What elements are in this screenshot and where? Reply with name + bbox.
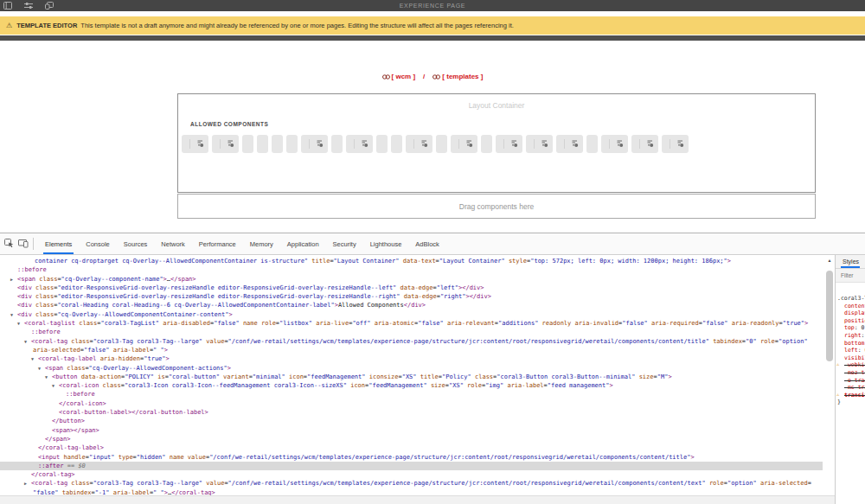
code-line[interactable]: ▼<div class="cq-Overlay--AllowedComponen…: [0, 310, 823, 319]
code-line[interactable]: ::before: [0, 328, 823, 336]
layout-container-title: Layout Container: [178, 101, 815, 110]
code-line[interactable]: <div class="editor-ResponsiveGrid-overla…: [0, 284, 823, 292]
css-property[interactable]: visibility: hidden;: [836, 354, 865, 362]
toolbar-separator: [33, 238, 34, 250]
component-tag[interactable]: [496, 135, 522, 153]
disclosure-triangle-icon[interactable]: ▼: [10, 310, 13, 319]
drop-zone[interactable]: Drag components here: [177, 194, 816, 219]
breadcrumb-link-templates[interactable]: [ templates ]: [432, 73, 483, 80]
device-toolbar-icon[interactable]: [18, 236, 29, 252]
code-line[interactable]: ▶<coral-tag class="coral3-Tag coral3-Tag…: [0, 479, 823, 488]
component-tag[interactable]: [451, 135, 477, 153]
component-tag[interactable]: [346, 135, 373, 153]
tab-performance[interactable]: Performance: [194, 233, 241, 254]
tab-application[interactable]: Application: [282, 233, 324, 254]
css-selector[interactable]: .coral3-Tag {: [836, 295, 865, 303]
css-property[interactable]: right: 0;: [836, 332, 865, 340]
component-tag[interactable]: [212, 135, 239, 153]
component-tag[interactable]: [631, 135, 658, 153]
tab-memory[interactable]: Memory: [245, 233, 279, 254]
disclosure-triangle-icon[interactable]: ▶: [24, 479, 27, 488]
layout-container[interactable]: Layout Container ALLOWED COMPONENTS: [177, 93, 816, 193]
elements-panel: container cq-droptarget cq-Overlay--Allo…: [0, 255, 835, 504]
css-property[interactable]: position: absolute;: [836, 317, 865, 325]
component-tag[interactable]: [376, 135, 388, 153]
component-tag[interactable]: [406, 135, 432, 153]
breadcrumb-link-wcm[interactable]: [ wcm ]: [382, 73, 416, 80]
disclosure-triangle-icon[interactable]: ▼: [31, 354, 34, 363]
disclosure-triangle-icon[interactable]: ▼: [52, 381, 54, 390]
disclosure-triangle-icon[interactable]: ▼: [38, 364, 41, 373]
tab-security[interactable]: Security: [328, 233, 362, 254]
css-property[interactable]: display: block;: [836, 309, 865, 317]
code-line[interactable]: ▼<button data-action="POLICY" is="coral-…: [0, 373, 823, 381]
component-tag[interactable]: [242, 135, 253, 153]
tab-sources[interactable]: Sources: [119, 233, 153, 254]
scroll-up-icon[interactable]: ▲: [825, 257, 834, 264]
css-property[interactable]: -moz-transition: [836, 369, 865, 377]
code-line[interactable]: </coral-icon>: [0, 399, 823, 408]
component-tag[interactable]: [391, 135, 402, 153]
tab-elements[interactable]: Elements: [40, 233, 77, 254]
code-line[interactable]: <div class="editor-ResponsiveGrid-overla…: [0, 292, 823, 301]
code-line[interactable]: <span></span>: [0, 426, 823, 435]
css-property[interactable]: -ms-transition: [836, 384, 865, 392]
css-property[interactable]: -o-transition: [836, 377, 865, 385]
code-line[interactable]: ::before: [0, 265, 823, 274]
code-line[interactable]: ▼<coral-taglist class="coral3-TagList" a…: [0, 319, 823, 328]
css-property[interactable]: ⚠transition: [836, 392, 865, 399]
css-property[interactable]: bottom: 0;: [836, 340, 865, 348]
code-line[interactable]: "false" tabindex="-1" aria-label=" ">…</…: [0, 488, 823, 495]
css-property[interactable]: left: 0;: [836, 347, 865, 354]
css-property[interactable]: ⚠-webkit-transition: [836, 361, 865, 369]
link-icon: [432, 74, 440, 80]
component-tag[interactable]: [601, 135, 628, 153]
component-tag[interactable]: [286, 135, 298, 153]
code-line[interactable]: <input handle="input" type="hidden" name…: [0, 453, 823, 462]
code-line[interactable]: </coral-tag>: [0, 470, 823, 479]
component-tag[interactable]: [481, 135, 492, 153]
component-tag[interactable]: [436, 135, 447, 153]
tab-lighthouse[interactable]: Lighthouse: [365, 233, 407, 254]
code-line[interactable]: </span>: [0, 435, 823, 443]
code-line[interactable]: </coral-tag-label>: [0, 443, 823, 452]
code-line[interactable]: <coral-button-label></coral-button-label…: [0, 408, 823, 417]
component-tag[interactable]: [662, 135, 689, 153]
styles-filter-input[interactable]: [841, 272, 863, 278]
css-property[interactable]: content: "";: [836, 303, 865, 310]
code-line[interactable]: ▼<coral-tag class="coral3-Tag coral3-Tag…: [0, 337, 823, 346]
disclosure-triangle-icon[interactable]: ▶: [10, 275, 13, 284]
component-tag[interactable]: [586, 135, 598, 153]
component-tag[interactable]: [556, 135, 583, 153]
component-tag[interactable]: [272, 135, 283, 153]
code-line[interactable]: ::before: [0, 390, 823, 399]
code-line[interactable]: ▼<span class="cq-Overlay--AllowedCompone…: [0, 364, 823, 373]
component-tag[interactable]: [257, 135, 268, 153]
tab-network[interactable]: Network: [156, 233, 190, 254]
component-tag[interactable]: [331, 135, 343, 153]
disclosure-triangle-icon[interactable]: ▼: [24, 337, 27, 346]
vertical-scrollbar[interactable]: ▲: [825, 257, 834, 494]
code-line[interactable]: </button>: [0, 417, 823, 425]
code-line-selected[interactable]: ::after == $0: [0, 462, 823, 470]
disclosure-triangle-icon[interactable]: ▼: [45, 373, 48, 381]
tab-console[interactable]: Console: [80, 233, 115, 254]
scrollbar-thumb[interactable]: [826, 271, 833, 361]
styles-tab[interactable]: Styles: [836, 255, 865, 269]
css-property[interactable]: top: 0;: [836, 324, 865, 332]
disclosure-triangle-icon[interactable]: ▼: [17, 319, 20, 328]
component-tag[interactable]: [526, 135, 553, 153]
code-line[interactable]: ▶<span class="cq-Overlay--component-name…: [0, 275, 823, 284]
feed-management-icon: [317, 140, 324, 148]
horizontal-scrollbar[interactable]: [0, 495, 835, 504]
css-closing-brace[interactable]: }: [836, 399, 865, 406]
code-line[interactable]: aria-selected="false" aria-label=" ">: [0, 346, 823, 354]
code-line[interactable]: container cq-droptarget cq-Overlay--Allo…: [0, 257, 823, 265]
component-tag[interactable]: [182, 135, 208, 153]
code-line[interactable]: ▼<coral-icon class="coral3-Icon coral3-I…: [0, 381, 823, 390]
code-line[interactable]: <div class="coral-Heading coral-Heading-…: [0, 301, 823, 309]
component-tag[interactable]: [301, 135, 328, 153]
tab-adblock[interactable]: AdBlock: [410, 233, 445, 254]
code-line[interactable]: ▼<coral-tag-label aria-hidden="true">: [0, 354, 823, 363]
inspect-icon[interactable]: [4, 236, 14, 252]
